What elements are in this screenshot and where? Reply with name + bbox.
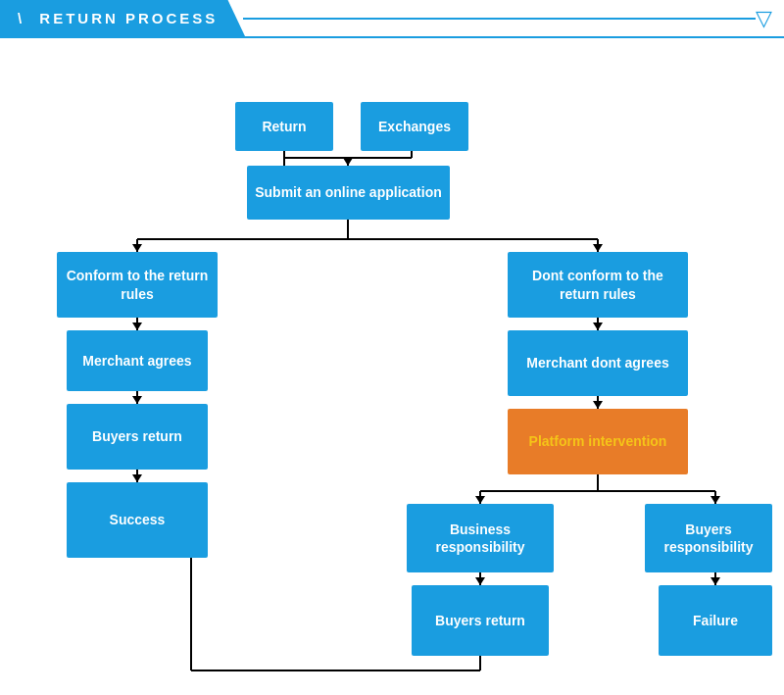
merchant-agrees-box: Merchant agrees	[67, 330, 208, 391]
svg-marker-8	[132, 244, 142, 252]
exchanges-box: Exchanges	[361, 102, 468, 151]
svg-marker-18	[593, 323, 603, 330]
return-box: Return	[235, 102, 333, 151]
svg-marker-24	[475, 496, 485, 504]
svg-marker-14	[132, 396, 142, 404]
svg-marker-16	[132, 474, 142, 482]
submit-box: Submit an online application	[247, 166, 450, 220]
download-icon[interactable]: ▽	[756, 6, 772, 31]
svg-marker-26	[710, 496, 720, 504]
flowchart-diagram: Return Exchanges Submit an online applic…	[0, 38, 784, 685]
svg-marker-12	[132, 323, 142, 330]
conform-box: Conform to the return rules	[57, 252, 218, 318]
svg-marker-20	[593, 401, 603, 409]
success-box: Success	[67, 482, 208, 558]
svg-marker-30	[710, 577, 720, 585]
buyers-return-right-box: Buyers return	[412, 585, 549, 656]
dont-conform-box: Dont conform to the return rules	[508, 252, 688, 318]
svg-marker-10	[593, 244, 603, 252]
svg-marker-28	[475, 577, 485, 585]
header-title: \ RETURN PROCESS	[0, 0, 245, 36]
backslash-icon: \	[18, 10, 31, 26]
business-responsibility-box: Business responsibility	[407, 504, 554, 572]
merchant-dont-box: Merchant dont agrees	[508, 330, 688, 396]
page-header: \ RETURN PROCESS ▽	[0, 0, 784, 38]
buyers-return-left-box: Buyers return	[67, 404, 208, 470]
buyers-responsibility-box: Buyers responsibility	[645, 504, 772, 572]
failure-box: Failure	[659, 585, 772, 656]
platform-intervention-box: Platform intervention	[508, 409, 688, 474]
svg-marker-4	[343, 158, 353, 166]
